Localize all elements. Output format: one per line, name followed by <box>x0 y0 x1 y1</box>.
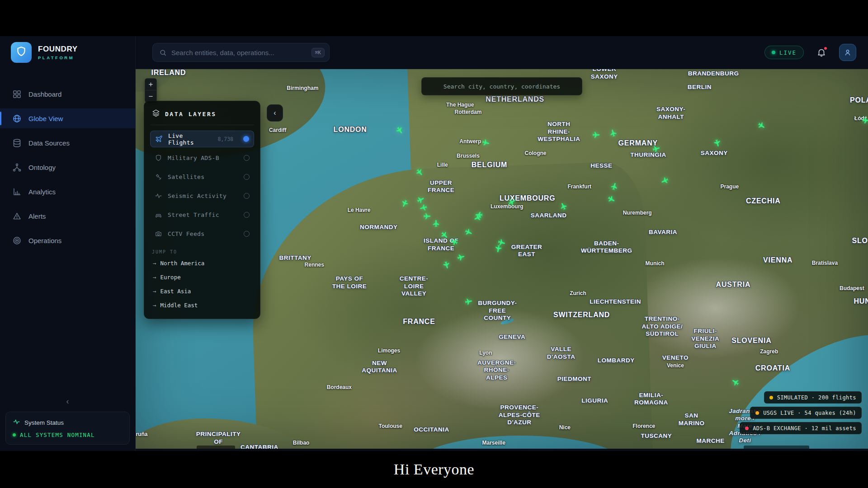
map-search-input[interactable] <box>422 83 582 90</box>
layer-toggle[interactable] <box>244 155 250 161</box>
global-search[interactable]: ⌘K <box>152 43 330 62</box>
panel-collapse-button[interactable]: ‹ <box>267 104 283 122</box>
jump-item-north-america[interactable]: →North America <box>152 258 252 268</box>
shield-icon <box>155 154 162 162</box>
jump-item-europe[interactable]: →Europe <box>152 272 252 282</box>
alert-icon <box>12 211 22 221</box>
layer-label: Satellites <box>168 174 204 180</box>
badge-label: USGS LIVE · 54 quakes (24h) <box>763 410 856 416</box>
brand-name: FOUNDRY <box>38 45 78 54</box>
sidebar-item-label: Data Sources <box>28 139 70 147</box>
badge-simulated: SIMULATED · 200 flights <box>764 391 862 404</box>
layer-toggle[interactable] <box>244 212 250 218</box>
layer-label: Live Flights <box>168 132 212 146</box>
live-status-pill[interactable]: LIVE <box>764 46 804 59</box>
sidebar-item-label: Ontology <box>28 164 56 171</box>
notification-dot <box>823 46 828 51</box>
map-zoom-controls: + − <box>145 78 157 103</box>
badge-dot <box>745 427 749 430</box>
layer-row-seismic-activity[interactable]: Seismic Activity <box>150 188 254 204</box>
sidebar-item-label: Alerts <box>28 212 46 220</box>
layer-label: Street Traffic <box>168 211 219 218</box>
layer-label: Seismic Activity <box>168 192 226 199</box>
layer-row-satellites[interactable]: Satellites <box>150 169 254 185</box>
flight-marker[interactable] <box>757 121 766 130</box>
arrow-icon: → <box>153 274 156 281</box>
sidebar-item-ontology[interactable]: Ontology <box>0 157 135 177</box>
sidebar-item-label: Dashboard <box>28 90 61 98</box>
flight-marker[interactable] <box>395 126 404 135</box>
layer-toggle[interactable] <box>244 231 250 237</box>
search-icon <box>159 49 167 56</box>
layer-toggle[interactable] <box>244 193 250 199</box>
badge-dot <box>755 411 759 415</box>
map-search[interactable] <box>421 77 582 95</box>
arrow-icon: → <box>153 288 156 295</box>
sidebar-item-label: Operations <box>28 237 61 244</box>
flight-marker[interactable] <box>440 231 448 239</box>
sidebar-item-label: Analytics <box>28 188 56 196</box>
layer-row-military-ads-b[interactable]: Military ADS-B <box>150 150 254 166</box>
sidebar-item-dashboard[interactable]: Dashboard <box>0 84 135 104</box>
activity-icon <box>155 192 162 200</box>
arrow-icon: → <box>153 260 156 267</box>
satellite-icon <box>155 173 162 181</box>
global-search-input[interactable] <box>171 49 307 56</box>
pulse-icon <box>13 418 20 427</box>
brand-subtitle: PLATFORM <box>38 55 78 60</box>
live-dot <box>772 51 775 54</box>
map-attribution <box>744 446 809 449</box>
zoom-in-button[interactable]: + <box>145 78 157 90</box>
camera-icon <box>155 230 162 238</box>
globe-map[interactable]: IRELANDNETHERLANDSLONDONGERMANYBELGIUMLU… <box>136 69 868 449</box>
data-layers-panel: DATA LAYERS Live Flights8,738Military AD… <box>144 101 260 319</box>
jump-item-east-asia[interactable]: →East Asia <box>152 286 252 296</box>
caption-text: Hi Everyone <box>394 461 474 478</box>
badge-ads-b-exchange: ADS-B EXCHANGE · 12 mil assets <box>740 422 862 434</box>
badge-usgs-live: USGS LIVE · 54 quakes (24h) <box>750 407 862 419</box>
arrow-icon: → <box>153 302 156 309</box>
main-area: ⌘K LIVE <box>136 36 868 451</box>
flight-marker[interactable] <box>731 378 740 387</box>
plane-icon <box>155 135 163 143</box>
notifications-button[interactable] <box>816 47 826 57</box>
live-label: LIVE <box>779 49 797 56</box>
sidebar-collapse-button[interactable]: ‹ <box>53 395 83 408</box>
jump-to-title: JUMP TO <box>152 249 252 254</box>
sidebar-item-alerts[interactable]: Alerts <box>0 206 135 226</box>
layer-label: Military ADS-B <box>168 155 219 161</box>
layer-toggle[interactable] <box>244 174 250 180</box>
jump-item-label: North America <box>160 260 205 267</box>
topbar: ⌘K LIVE <box>136 36 868 69</box>
flight-marker[interactable] <box>415 168 423 176</box>
data-layers-title: DATA LAYERS <box>165 111 217 117</box>
sidebar-item-analytics[interactable]: Analytics <box>0 182 135 202</box>
shield-icon <box>15 46 27 59</box>
user-menu-button[interactable] <box>839 44 856 61</box>
layer-toggle[interactable] <box>243 136 249 142</box>
jump-item-label: Europe <box>160 274 181 281</box>
target-icon <box>12 236 22 245</box>
sidebar-item-globe-view[interactable]: Globe View <box>0 108 135 128</box>
jump-item-middle-east[interactable]: →Middle East <box>152 300 252 310</box>
database-icon <box>12 138 22 148</box>
badge-dot <box>769 396 773 399</box>
layer-row-street-traffic[interactable]: Street Traffic <box>150 206 254 223</box>
top-letterbox <box>0 0 868 36</box>
shortcut-badge: ⌘K <box>311 48 325 57</box>
sidebar-item-data-sources[interactable]: Data Sources <box>0 133 135 153</box>
map-label-london: LONDON <box>334 126 367 135</box>
system-status-value: ALL SYSTEMS NOMINAL <box>20 432 95 438</box>
data-source-badges: SIMULATED · 200 flightsUSGS LIVE · 54 qu… <box>740 391 862 434</box>
badge-label: SIMULATED · 200 flights <box>777 394 856 401</box>
layer-row-live-flights[interactable]: Live Flights8,738 <box>150 131 254 147</box>
brand-logo <box>11 42 32 63</box>
layer-row-cctv-feeds[interactable]: CCTV Feeds <box>150 225 254 242</box>
sidebar-item-operations[interactable]: Operations <box>0 230 135 250</box>
system-status-title: System Status <box>24 419 64 426</box>
status-dot <box>13 433 16 436</box>
brand: FOUNDRY PLATFORM <box>0 36 135 69</box>
grid-icon <box>12 89 22 99</box>
layers-icon <box>152 109 160 119</box>
jump-item-label: Middle East <box>160 302 198 309</box>
